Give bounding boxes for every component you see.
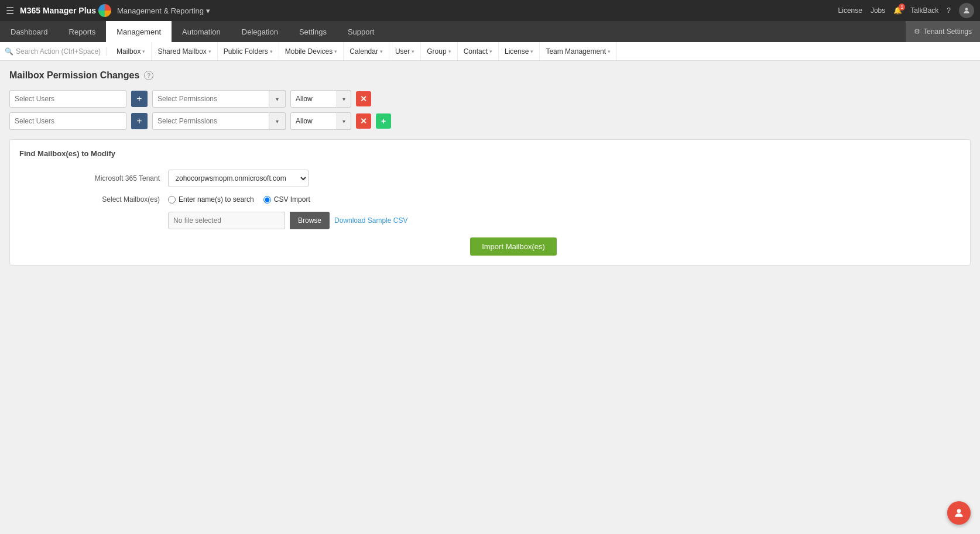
download-csv-link[interactable]: Download Sample CSV xyxy=(334,216,407,225)
browse-button[interactable]: Browse xyxy=(290,212,330,229)
tenant-settings-button[interactable]: ⚙ Tenant Settings xyxy=(906,21,980,42)
nav-mailbox[interactable]: Mailbox ▾ xyxy=(111,42,152,60)
talkback-link[interactable]: TalkBack xyxy=(910,6,938,15)
svg-point-1 xyxy=(957,509,961,513)
app-section-label: Management & Reporting xyxy=(117,6,204,15)
nav-shared-mailbox[interactable]: Shared Mailbox ▾ xyxy=(152,42,217,60)
tab-automation[interactable]: Automation xyxy=(172,21,231,42)
top-bar: ☰ M365 Manager Plus Management & Reporti… xyxy=(0,0,980,21)
main-nav: Dashboard Reports Management Automation … xyxy=(0,21,980,42)
select-mailbox-form-group: Select Mailbox(es) Enter name(s) to sear… xyxy=(19,195,961,204)
tenant-select[interactable]: zohocorpwsmopm.onmicrosoft.com xyxy=(168,170,309,187)
nav-public-folders[interactable]: Public Folders ▾ xyxy=(218,42,279,60)
allow-chevron-1[interactable]: ▾ xyxy=(337,90,351,108)
remove-row-button-2[interactable]: ✕ xyxy=(356,113,371,129)
top-bar-left: ☰ M365 Manager Plus Management & Reporti… xyxy=(6,4,210,17)
notification-badge: 1 xyxy=(899,4,905,11)
app-logo: M365 Manager Plus xyxy=(20,4,111,17)
tab-management[interactable]: Management xyxy=(106,21,172,42)
radio-enter-names[interactable]: Enter name(s) to search xyxy=(168,195,254,204)
user-chevron-icon: ▾ xyxy=(412,49,414,54)
top-bar-right: License Jobs 🔔 1 TalkBack ? xyxy=(838,3,974,18)
jobs-link[interactable]: Jobs xyxy=(871,6,885,15)
help-link[interactable]: ? xyxy=(947,6,951,15)
notification-icon[interactable]: 🔔 1 xyxy=(893,6,902,15)
mobile-devices-chevron-icon: ▾ xyxy=(334,49,337,54)
nav-mobile-devices[interactable]: Mobile Devices ▾ xyxy=(279,42,344,60)
logo-text: M365 Manager Plus xyxy=(20,6,96,15)
section-chevron-icon: ▾ xyxy=(206,6,210,15)
permission-rows: + ▾ Allow Deny ▾ ✕ + ▾ xyxy=(9,90,971,130)
tab-settings[interactable]: Settings xyxy=(289,21,337,42)
license-chevron-icon: ▾ xyxy=(530,49,533,54)
file-form-group: Browse Download Sample CSV xyxy=(19,212,961,229)
user-avatar[interactable] xyxy=(959,3,974,18)
tenant-label: Microsoft 365 Tenant xyxy=(66,174,160,182)
select-permissions-wrapper-2: ▾ xyxy=(152,112,286,130)
nav-user[interactable]: User ▾ xyxy=(389,42,421,60)
nav-group[interactable]: Group ▾ xyxy=(421,42,457,60)
team-management-chevron-icon: ▾ xyxy=(608,49,611,54)
allow-select-2[interactable]: Allow Deny xyxy=(290,112,337,130)
svg-point-0 xyxy=(965,8,968,11)
tab-dashboard[interactable]: Dashboard xyxy=(0,21,59,42)
tenant-form-group: Microsoft 365 Tenant zohocorpwsmopm.onmi… xyxy=(19,170,961,187)
public-folders-chevron-icon: ▾ xyxy=(270,49,273,54)
tab-delegation[interactable]: Delegation xyxy=(231,21,289,42)
radio-enter-names-input[interactable] xyxy=(168,196,176,204)
nav-calendar[interactable]: Calendar ▾ xyxy=(344,42,389,60)
file-input-wrapper: Browse Download Sample CSV xyxy=(168,212,407,229)
find-mailbox-section: Find Mailbox(es) to Modify Microsoft 365… xyxy=(9,139,971,266)
secondary-nav: 🔍 Search Action (Ctrl+Space) Mailbox ▾ S… xyxy=(0,42,980,61)
add-row-button[interactable]: + xyxy=(376,113,391,129)
remove-row-button-1[interactable]: ✕ xyxy=(356,91,371,106)
page-title: Mailbox Permission Changes ? xyxy=(9,70,971,81)
permission-row-1: + ▾ Allow Deny ▾ ✕ xyxy=(9,90,971,108)
allow-wrapper-1: Allow Deny ▾ xyxy=(290,90,351,108)
calendar-chevron-icon: ▾ xyxy=(380,49,383,54)
nav-license[interactable]: License ▾ xyxy=(499,42,540,60)
allow-chevron-2[interactable]: ▾ xyxy=(337,112,351,130)
cross-icon: ✕ xyxy=(360,94,367,104)
search-action[interactable]: 🔍 Search Action (Ctrl+Space) xyxy=(5,47,107,56)
permission-row-2: + ▾ Allow Deny ▾ ✕ + xyxy=(9,112,971,130)
logo-circle xyxy=(98,4,111,17)
contact-chevron-icon: ▾ xyxy=(489,49,492,54)
find-mailbox-title: Find Mailbox(es) to Modify xyxy=(19,149,961,158)
radio-group: Enter name(s) to search CSV Import xyxy=(168,195,310,204)
permissions-dropdown-btn-1[interactable]: ▾ xyxy=(269,90,286,108)
page-content: Mailbox Permission Changes ? + ▾ Allow D… xyxy=(0,61,980,534)
add-users-button-1[interactable]: + xyxy=(131,91,148,107)
tab-support[interactable]: Support xyxy=(337,21,385,42)
select-permissions-wrapper-1: ▾ xyxy=(152,90,286,108)
nav-team-management[interactable]: Team Management ▾ xyxy=(540,42,617,60)
select-users-input-2[interactable] xyxy=(9,112,126,130)
search-icon: 🔍 xyxy=(5,47,13,56)
select-users-input-1[interactable] xyxy=(9,90,126,108)
radio-csv-import-input[interactable] xyxy=(263,196,271,204)
select-mailbox-label: Select Mailbox(es) xyxy=(66,195,160,204)
add-users-button-2[interactable]: + xyxy=(131,113,148,129)
import-btn-wrapper: Import Mailbox(es) xyxy=(19,237,961,256)
select-permissions-input-1[interactable] xyxy=(152,90,269,108)
allow-select-1[interactable]: Allow Deny xyxy=(290,90,337,108)
allow-wrapper-2: Allow Deny ▾ xyxy=(290,112,351,130)
tab-reports[interactable]: Reports xyxy=(59,21,107,42)
import-mailbox-button[interactable]: Import Mailbox(es) xyxy=(470,237,557,256)
mailbox-chevron-icon: ▾ xyxy=(142,49,145,54)
plus-icon: + xyxy=(381,116,386,126)
license-link[interactable]: License xyxy=(838,6,862,15)
app-section-dropdown[interactable]: Management & Reporting ▾ xyxy=(117,6,210,15)
permissions-dropdown-btn-2[interactable]: ▾ xyxy=(269,112,286,130)
bottom-floating-avatar[interactable] xyxy=(947,501,971,525)
help-icon[interactable]: ? xyxy=(144,71,153,80)
gear-icon: ⚙ xyxy=(914,27,920,36)
select-permissions-input-2[interactable] xyxy=(152,112,269,130)
radio-csv-import[interactable]: CSV Import xyxy=(263,195,310,204)
nav-contact[interactable]: Contact ▾ xyxy=(458,42,499,60)
cross-icon-2: ✕ xyxy=(360,116,367,126)
group-chevron-icon: ▾ xyxy=(448,49,451,54)
hamburger-icon[interactable]: ☰ xyxy=(6,5,14,16)
file-name-input xyxy=(168,212,285,229)
shared-mailbox-chevron-icon: ▾ xyxy=(208,49,211,54)
